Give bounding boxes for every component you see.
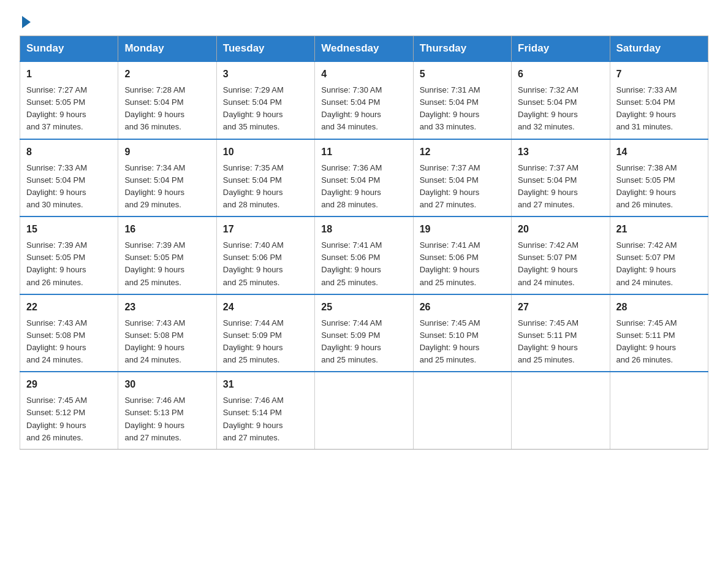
calendar-day-cell: 22Sunrise: 7:43 AMSunset: 5:08 PMDayligh… [20,294,118,372]
calendar-day-cell: 20Sunrise: 7:42 AMSunset: 5:07 PMDayligh… [512,216,610,294]
calendar-day-cell [610,372,708,449]
weekday-header-row: SundayMondayTuesdayWednesdayThursdayFrid… [20,36,708,62]
calendar-day-cell: 12Sunrise: 7:37 AMSunset: 5:04 PMDayligh… [413,139,511,217]
day-info: Sunrise: 7:28 AMSunset: 5:04 PMDaylight:… [124,84,210,134]
day-info: Sunrise: 7:45 AMSunset: 5:12 PMDaylight:… [26,394,112,444]
calendar-day-cell: 28Sunrise: 7:45 AMSunset: 5:11 PMDayligh… [610,294,708,372]
calendar-day-cell: 1Sunrise: 7:27 AMSunset: 5:05 PMDaylight… [20,61,118,139]
day-number: 21 [616,222,702,237]
day-number: 25 [321,300,406,315]
calendar-day-cell: 9Sunrise: 7:34 AMSunset: 5:04 PMDaylight… [118,139,216,217]
weekday-header-wednesday: Wednesday [315,36,413,62]
day-info: Sunrise: 7:41 AMSunset: 5:06 PMDaylight:… [321,239,406,289]
day-number: 18 [321,222,406,237]
day-number: 17 [223,222,308,237]
day-info: Sunrise: 7:29 AMSunset: 5:04 PMDaylight:… [223,84,308,134]
day-number: 9 [124,145,210,159]
logo [20,15,31,26]
day-number: 31 [223,377,308,392]
day-info: Sunrise: 7:46 AMSunset: 5:13 PMDaylight:… [124,394,210,444]
calendar-week-row: 1Sunrise: 7:27 AMSunset: 5:05 PMDaylight… [20,61,708,139]
calendar-day-cell: 8Sunrise: 7:33 AMSunset: 5:04 PMDaylight… [20,139,118,217]
calendar-day-cell: 26Sunrise: 7:45 AMSunset: 5:10 PMDayligh… [413,294,511,372]
day-info: Sunrise: 7:41 AMSunset: 5:06 PMDaylight:… [420,239,505,289]
day-info: Sunrise: 7:30 AMSunset: 5:04 PMDaylight:… [321,84,406,134]
calendar-day-cell: 7Sunrise: 7:33 AMSunset: 5:04 PMDaylight… [610,61,708,139]
calendar-day-cell: 16Sunrise: 7:39 AMSunset: 5:05 PMDayligh… [118,216,216,294]
calendar-day-cell: 24Sunrise: 7:44 AMSunset: 5:09 PMDayligh… [216,294,314,372]
logo-arrow-icon [22,16,31,28]
day-number: 6 [518,67,603,82]
day-info: Sunrise: 7:40 AMSunset: 5:06 PMDaylight:… [223,239,308,289]
day-info: Sunrise: 7:39 AMSunset: 5:05 PMDaylight:… [124,239,210,289]
calendar-day-cell: 19Sunrise: 7:41 AMSunset: 5:06 PMDayligh… [413,216,511,294]
day-info: Sunrise: 7:43 AMSunset: 5:08 PMDaylight:… [26,317,112,367]
day-info: Sunrise: 7:44 AMSunset: 5:09 PMDaylight:… [223,317,308,367]
calendar-day-cell: 2Sunrise: 7:28 AMSunset: 5:04 PMDaylight… [118,61,216,139]
day-info: Sunrise: 7:42 AMSunset: 5:07 PMDaylight:… [616,239,702,289]
calendar-day-cell: 17Sunrise: 7:40 AMSunset: 5:06 PMDayligh… [216,216,314,294]
day-info: Sunrise: 7:36 AMSunset: 5:04 PMDaylight:… [321,162,406,212]
calendar-week-row: 8Sunrise: 7:33 AMSunset: 5:04 PMDaylight… [20,139,708,217]
day-number: 5 [420,67,505,82]
calendar-day-cell [512,372,610,449]
day-number: 26 [420,300,505,315]
day-number: 24 [223,300,308,315]
day-number: 28 [616,300,702,315]
day-number: 13 [518,145,603,159]
day-info: Sunrise: 7:46 AMSunset: 5:14 PMDaylight:… [223,394,308,444]
day-number: 16 [124,222,210,237]
calendar-day-cell: 27Sunrise: 7:45 AMSunset: 5:11 PMDayligh… [512,294,610,372]
day-info: Sunrise: 7:34 AMSunset: 5:04 PMDaylight:… [124,162,210,212]
day-number: 20 [518,222,603,237]
calendar-day-cell: 25Sunrise: 7:44 AMSunset: 5:09 PMDayligh… [315,294,413,372]
day-info: Sunrise: 7:38 AMSunset: 5:05 PMDaylight:… [616,162,702,212]
day-number: 3 [223,67,308,82]
weekday-header-thursday: Thursday [413,36,511,62]
day-info: Sunrise: 7:32 AMSunset: 5:04 PMDaylight:… [518,84,603,134]
page-header [20,15,708,26]
day-number: 12 [420,145,505,159]
day-number: 23 [124,300,210,315]
day-info: Sunrise: 7:42 AMSunset: 5:07 PMDaylight:… [518,239,603,289]
calendar-day-cell: 30Sunrise: 7:46 AMSunset: 5:13 PMDayligh… [118,372,216,449]
day-info: Sunrise: 7:33 AMSunset: 5:04 PMDaylight:… [26,162,112,212]
day-number: 15 [26,222,112,237]
calendar-day-cell: 3Sunrise: 7:29 AMSunset: 5:04 PMDaylight… [216,61,314,139]
weekday-header-saturday: Saturday [610,36,708,62]
calendar-day-cell: 31Sunrise: 7:46 AMSunset: 5:14 PMDayligh… [216,372,314,449]
calendar-day-cell: 14Sunrise: 7:38 AMSunset: 5:05 PMDayligh… [610,139,708,217]
day-number: 2 [124,67,210,82]
day-info: Sunrise: 7:37 AMSunset: 5:04 PMDaylight:… [420,162,505,212]
day-info: Sunrise: 7:43 AMSunset: 5:08 PMDaylight:… [124,317,210,367]
calendar-day-cell: 29Sunrise: 7:45 AMSunset: 5:12 PMDayligh… [20,372,118,449]
calendar-day-cell: 21Sunrise: 7:42 AMSunset: 5:07 PMDayligh… [610,216,708,294]
calendar-day-cell [315,372,413,449]
day-number: 22 [26,300,112,315]
day-number: 29 [26,377,112,392]
calendar-day-cell: 13Sunrise: 7:37 AMSunset: 5:04 PMDayligh… [512,139,610,217]
day-info: Sunrise: 7:44 AMSunset: 5:09 PMDaylight:… [321,317,406,367]
calendar-week-row: 22Sunrise: 7:43 AMSunset: 5:08 PMDayligh… [20,294,708,372]
weekday-header-friday: Friday [512,36,610,62]
calendar-day-cell: 6Sunrise: 7:32 AMSunset: 5:04 PMDaylight… [512,61,610,139]
calendar-week-row: 15Sunrise: 7:39 AMSunset: 5:05 PMDayligh… [20,216,708,294]
weekday-header-tuesday: Tuesday [216,36,314,62]
calendar-day-cell: 18Sunrise: 7:41 AMSunset: 5:06 PMDayligh… [315,216,413,294]
day-info: Sunrise: 7:33 AMSunset: 5:04 PMDaylight:… [616,84,702,134]
day-number: 30 [124,377,210,392]
calendar-day-cell: 10Sunrise: 7:35 AMSunset: 5:04 PMDayligh… [216,139,314,217]
calendar-day-cell: 23Sunrise: 7:43 AMSunset: 5:08 PMDayligh… [118,294,216,372]
calendar-day-cell: 5Sunrise: 7:31 AMSunset: 5:04 PMDaylight… [413,61,511,139]
calendar-table: SundayMondayTuesdayWednesdayThursdayFrid… [20,36,708,450]
day-info: Sunrise: 7:35 AMSunset: 5:04 PMDaylight:… [223,162,308,212]
weekday-header-sunday: Sunday [20,36,118,62]
day-info: Sunrise: 7:45 AMSunset: 5:11 PMDaylight:… [616,317,702,367]
day-number: 19 [420,222,505,237]
day-number: 11 [321,145,406,159]
day-info: Sunrise: 7:31 AMSunset: 5:04 PMDaylight:… [420,84,505,134]
day-number: 14 [616,145,702,159]
day-info: Sunrise: 7:27 AMSunset: 5:05 PMDaylight:… [26,84,112,134]
day-info: Sunrise: 7:39 AMSunset: 5:05 PMDaylight:… [26,239,112,289]
day-number: 1 [26,67,112,82]
